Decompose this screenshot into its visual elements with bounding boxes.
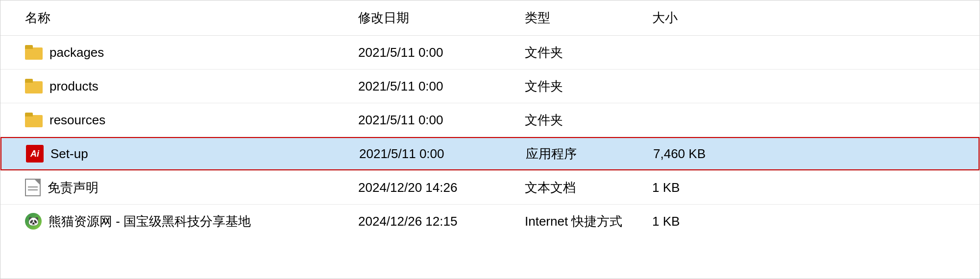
adobe-icon: Ai <box>26 145 44 163</box>
col-header-name[interactable]: 名称 <box>20 5 353 30</box>
col-header-size[interactable]: 大小 <box>647 5 960 30</box>
file-date: 2021/5/11 0:00 <box>354 142 521 165</box>
file-row-panda[interactable]: 🐼 熊猫资源网 - 国宝级黑科技分享基地 2024/12/26 12:15 In… <box>0 205 980 238</box>
file-name: Set-up <box>50 146 88 162</box>
file-row-products[interactable]: products 2021/5/11 0:00 文件夹 <box>0 70 980 103</box>
folder-icon <box>25 45 43 60</box>
file-name-cell: resources <box>20 109 353 132</box>
file-row-resources[interactable]: resources 2021/5/11 0:00 文件夹 <box>0 103 980 137</box>
file-size: 1 KB <box>647 210 960 233</box>
file-type: 文件夹 <box>520 74 647 99</box>
file-name: packages <box>49 45 104 60</box>
file-size: 7,460 KB <box>648 142 959 165</box>
file-size <box>647 82 960 90</box>
file-date: 2024/12/26 12:15 <box>353 210 520 233</box>
file-name: 免责声明 <box>48 179 98 196</box>
file-list: packages 2021/5/11 0:00 文件夹 products 202… <box>0 36 980 238</box>
file-type: Internet 快捷方式 <box>520 209 647 234</box>
panda-icon: 🐼 <box>25 213 42 230</box>
file-row-setup[interactable]: Ai Set-up 2021/5/11 0:00 应用程序 7,460 KB <box>0 137 980 170</box>
table-header: 名称 修改日期 类型 大小 <box>0 0 980 36</box>
col-header-date[interactable]: 修改日期 <box>353 5 520 30</box>
file-type: 文本文档 <box>520 175 647 200</box>
folder-icon <box>25 79 43 93</box>
file-date: 2021/5/11 0:00 <box>353 109 520 132</box>
file-type: 文件夹 <box>520 108 647 133</box>
file-date: 2021/5/11 0:00 <box>353 41 520 64</box>
text-icon <box>25 179 41 196</box>
file-row-disclaimer[interactable]: 免责声明 2024/12/20 14:26 文本文档 1 KB <box>0 171 980 204</box>
file-size <box>647 116 960 124</box>
folder-icon <box>25 113 43 127</box>
file-name-cell: packages <box>20 41 353 64</box>
file-row-packages[interactable]: packages 2021/5/11 0:00 文件夹 <box>0 36 980 69</box>
file-size: 1 KB <box>647 176 960 199</box>
file-type: 文件夹 <box>520 40 647 65</box>
file-name-cell: Ai Set-up <box>21 141 354 166</box>
file-name: resources <box>49 113 105 128</box>
file-date: 2021/5/11 0:00 <box>353 75 520 98</box>
file-name-cell: 免责声明 <box>20 175 353 200</box>
file-type: 应用程序 <box>521 141 648 166</box>
file-size <box>647 48 960 56</box>
file-name: products <box>49 79 98 94</box>
file-name-cell: products <box>20 75 353 98</box>
col-header-type[interactable]: 类型 <box>520 5 647 30</box>
file-name: 熊猫资源网 - 国宝级黑科技分享基地 <box>49 213 251 230</box>
file-explorer: 名称 修改日期 类型 大小 packages 2021/5/11 0:00 文件… <box>0 0 980 279</box>
file-name-cell: 🐼 熊猫资源网 - 国宝级黑科技分享基地 <box>20 209 353 234</box>
file-date: 2024/12/20 14:26 <box>353 176 520 199</box>
